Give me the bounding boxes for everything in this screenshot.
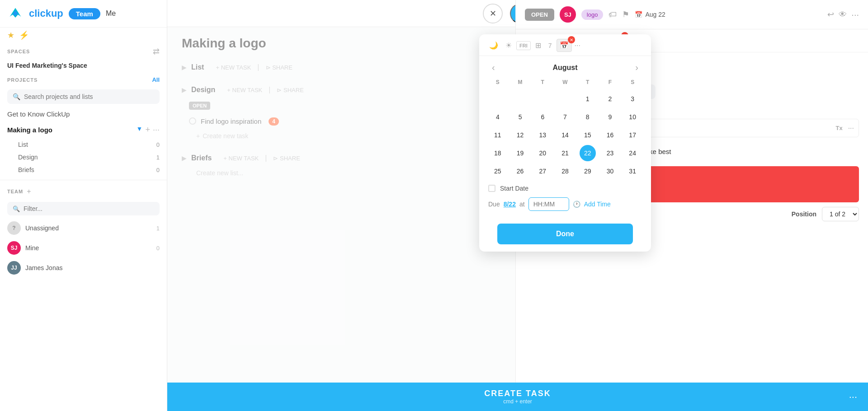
cal-day-2[interactable]: 2 <box>602 91 618 107</box>
space-name[interactable]: UI Feed Marketing's Space <box>0 60 167 73</box>
cal-day-20[interactable]: 20 <box>534 145 551 161</box>
view-icon[interactable]: 👁 <box>839 10 847 19</box>
create-task-label[interactable]: CREATE TASK <box>484 389 551 398</box>
flag-icon[interactable]: ⚑ <box>622 9 629 19</box>
projects-header: PROJECTS All <box>0 73 167 87</box>
sidebar-collapse-icon[interactable]: ⇄ <box>153 47 160 56</box>
cal-day-6[interactable]: 6 <box>534 109 551 125</box>
cal-day-22[interactable]: 22 <box>580 145 596 161</box>
main-content: Making a logo ▶ List + NEW TASK | ⊳ SHAR… <box>167 27 515 386</box>
me-label[interactable]: Me <box>106 9 116 18</box>
cal-day-10[interactable]: 10 <box>624 109 641 125</box>
start-date-checkbox[interactable] <box>488 185 495 192</box>
cal-day-12[interactable]: 12 <box>512 127 528 143</box>
cal-day-14[interactable]: 14 <box>557 127 573 143</box>
arrow-down-icon: ▼ <box>137 125 143 135</box>
cal-7-button[interactable]: 7 <box>546 40 555 51</box>
team-section-label: TEAM <box>7 189 23 194</box>
logo-text: clickup <box>29 8 63 19</box>
calendar-days: 1 2 3 4 5 6 7 8 9 10 11 12 13 14 15 16 1… <box>486 90 644 180</box>
clear-format-button[interactable]: Tx <box>833 124 845 132</box>
team-member-unassigned[interactable]: ? Unassigned 1 <box>0 218 167 238</box>
team-member-mine[interactable]: SJ Mine 0 <box>0 238 167 258</box>
cal-day-18[interactable]: 18 <box>490 145 506 161</box>
cal-day-16[interactable]: 16 <box>602 127 618 143</box>
sidebar-subitem-list[interactable]: List 0 <box>11 138 167 151</box>
cal-sun-button[interactable]: ☀ <box>503 39 514 51</box>
sidebar-item-makingoalogo[interactable]: Making a logo ▼ + ··· <box>0 121 167 138</box>
create-task-more-icon[interactable]: ··· <box>849 391 857 403</box>
calendar-weekdays: S M T W T F S <box>486 77 644 87</box>
cal-day-29[interactable]: 29 <box>580 163 596 179</box>
calendar-next-button[interactable]: › <box>632 61 642 75</box>
cal-day-7[interactable]: 7 <box>557 109 573 125</box>
task-tag[interactable]: logo <box>581 9 604 20</box>
sidebar-item-gettoknow[interactable]: Get to Know ClickUp <box>0 107 167 121</box>
team-badge[interactable]: Team <box>69 8 100 19</box>
cal-moon-button[interactable]: 🌙 <box>486 39 501 51</box>
cal-day-empty <box>557 91 573 107</box>
start-date-row: Start Date <box>479 180 651 192</box>
task-user-avatar[interactable]: SJ <box>560 6 576 23</box>
filter-bar[interactable]: 🔍 <box>7 202 160 215</box>
cal-more-icon[interactable]: ··· <box>575 42 580 50</box>
due-date[interactable]: 8/22 <box>504 201 516 208</box>
cal-day-19[interactable]: 19 <box>512 145 528 161</box>
search-bar[interactable]: 🔍 <box>7 89 160 104</box>
add-time-link[interactable]: Add Time <box>584 201 611 208</box>
cal-day-23[interactable]: 23 <box>602 145 618 161</box>
done-button[interactable]: Done <box>497 224 633 244</box>
team-member-jj[interactable]: JJ James Jonas <box>0 258 167 278</box>
sidebar-subitem-design[interactable]: Design 1 <box>11 151 167 163</box>
cal-day-1[interactable]: 1 <box>580 91 596 107</box>
cal-day-28[interactable]: 28 <box>557 163 573 179</box>
cal-day-31[interactable]: 31 <box>624 163 641 179</box>
cal-day-25[interactable]: 25 <box>490 163 506 179</box>
nav-sub-items: List 0 Design 1 Briefs 0 <box>11 138 167 176</box>
cal-calendar-close-button[interactable]: ✕ <box>568 36 575 43</box>
nav-item-menu-button[interactable]: ··· <box>153 125 160 135</box>
calendar-prev-button[interactable]: ‹ <box>488 61 499 75</box>
close-icon: ✕ <box>490 9 496 19</box>
cal-day-17[interactable]: 17 <box>624 127 641 143</box>
add-team-button[interactable]: + <box>27 187 31 196</box>
cal-day-11[interactable]: 11 <box>490 127 506 143</box>
cal-grid2-button[interactable]: ⊞ <box>533 39 544 51</box>
cal-day-26[interactable]: 26 <box>512 163 528 179</box>
lightning-icon: ⚡ <box>19 30 29 40</box>
filter-input[interactable] <box>24 205 154 212</box>
cal-day-3[interactable]: 3 <box>624 91 641 107</box>
cal-day-5[interactable]: 5 <box>512 109 528 125</box>
sidebar-subitem-briefs[interactable]: Briefs 0 <box>11 163 167 176</box>
cal-fri-button[interactable]: FRI <box>516 41 531 50</box>
cal-day-13[interactable]: 13 <box>534 127 551 143</box>
avatar-sj: SJ <box>7 241 21 255</box>
task-status-badge[interactable]: OPEN <box>525 9 554 21</box>
cal-day-4[interactable]: 4 <box>490 109 506 125</box>
clickup-logo-icon <box>7 5 24 22</box>
cal-day-8[interactable]: 8 <box>580 109 596 125</box>
calendar-icon: 📅 <box>635 11 642 18</box>
undo-icon[interactable]: ↩ <box>827 9 834 19</box>
editor-more-icon[interactable]: ··· <box>848 124 854 132</box>
cal-day-empty <box>512 91 528 107</box>
all-link[interactable]: All <box>152 76 160 83</box>
cal-day-30[interactable]: 30 <box>602 163 618 179</box>
cal-day-15[interactable]: 15 <box>580 127 596 143</box>
task-date-chip[interactable]: 📅 Aug 22 <box>635 11 665 18</box>
cal-day-24[interactable]: 24 <box>624 145 641 161</box>
more-icon[interactable]: ··· <box>851 9 859 20</box>
cal-day-27[interactable]: 27 <box>534 163 551 179</box>
create-task-shortcut: cmd + enter <box>484 398 551 405</box>
team-header: TEAM + <box>0 184 167 199</box>
tag-icon[interactable]: 🏷 <box>609 10 617 19</box>
time-input[interactable] <box>528 197 569 211</box>
add-nav-item-button[interactable]: + <box>145 125 150 135</box>
cal-day-9[interactable]: 9 <box>602 109 618 125</box>
avatar-unassigned: ? <box>7 221 21 235</box>
search-input[interactable] <box>24 93 154 100</box>
filter-icon: 🔍 <box>13 206 20 212</box>
nav-close-button[interactable]: ✕ <box>483 4 503 23</box>
cal-day-21[interactable]: 21 <box>557 145 573 161</box>
position-select[interactable]: 1 of 2 <box>822 207 859 221</box>
